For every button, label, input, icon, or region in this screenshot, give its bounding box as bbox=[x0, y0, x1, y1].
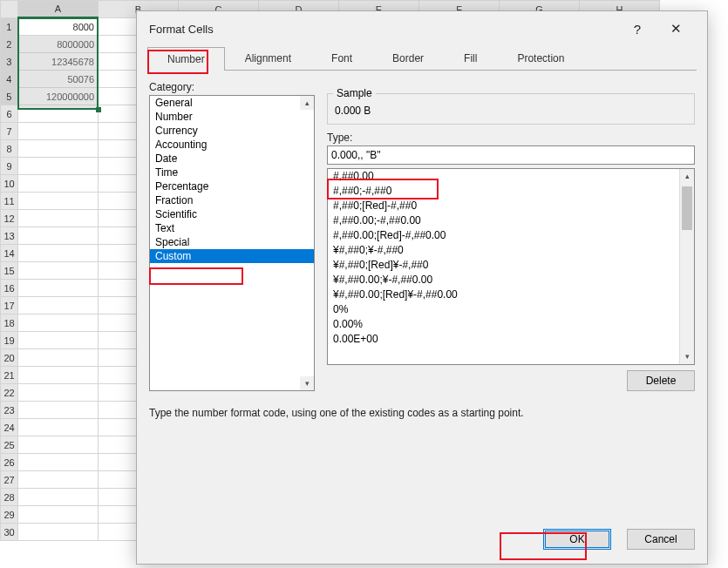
category-item[interactable]: Fraction bbox=[150, 193, 314, 207]
category-item[interactable]: Special bbox=[150, 235, 314, 249]
row-header[interactable]: 27 bbox=[1, 471, 18, 489]
tab-font[interactable]: Font bbox=[311, 46, 372, 70]
format-item[interactable]: 0.00% bbox=[328, 317, 694, 332]
cell[interactable] bbox=[18, 227, 99, 245]
row-header[interactable]: 30 bbox=[1, 524, 18, 541]
row-header[interactable]: 24 bbox=[1, 419, 18, 436]
category-listbox[interactable]: ▴ ▾ GeneralNumberCurrencyAccountingDateT… bbox=[149, 95, 315, 391]
scroll-up-icon[interactable]: ▴ bbox=[680, 169, 694, 184]
cell[interactable] bbox=[18, 524, 99, 541]
scroll-down-icon[interactable]: ▾ bbox=[680, 349, 694, 364]
format-item[interactable]: #,##0.00;-#,##0.00 bbox=[328, 213, 694, 228]
row-header[interactable]: 19 bbox=[1, 332, 18, 349]
help-icon[interactable]: ? bbox=[618, 22, 657, 37]
format-item[interactable]: ¥#,##0.00;¥-#,##0.00 bbox=[328, 273, 694, 287]
row-header[interactable]: 2 bbox=[1, 36, 18, 53]
cell[interactable] bbox=[18, 506, 99, 524]
cell[interactable] bbox=[18, 349, 99, 367]
cell[interactable] bbox=[18, 367, 99, 384]
type-input[interactable] bbox=[327, 145, 695, 165]
cell[interactable] bbox=[18, 402, 99, 419]
scroll-thumb[interactable] bbox=[682, 186, 692, 230]
cell[interactable] bbox=[18, 314, 99, 332]
format-item[interactable]: #,##0.00;[Red]-#,##0.00 bbox=[328, 228, 694, 243]
cell[interactable] bbox=[18, 436, 99, 454]
selection-handle[interactable] bbox=[96, 107, 101, 112]
row-header[interactable]: 9 bbox=[1, 158, 18, 175]
col-header[interactable]: A bbox=[18, 1, 99, 18]
scrollbar[interactable]: ▴ ▾ bbox=[679, 169, 694, 364]
cell[interactable]: 8000000 bbox=[18, 36, 99, 53]
cell[interactable] bbox=[18, 158, 99, 175]
format-item[interactable]: #,##0;-#,##0 bbox=[328, 184, 694, 199]
row-header[interactable]: 17 bbox=[1, 297, 18, 314]
row-header[interactable]: 22 bbox=[1, 384, 18, 402]
row-header[interactable]: 14 bbox=[1, 245, 18, 262]
format-item[interactable]: ¥#,##0;¥-#,##0 bbox=[328, 243, 694, 258]
row-header[interactable]: 6 bbox=[1, 105, 18, 123]
ok-button[interactable]: OK bbox=[543, 529, 611, 550]
row-header[interactable]: 8 bbox=[1, 140, 18, 158]
row-header[interactable]: 20 bbox=[1, 349, 18, 367]
row-header[interactable]: 29 bbox=[1, 506, 18, 524]
cell[interactable] bbox=[18, 384, 99, 402]
delete-button[interactable]: Delete bbox=[627, 370, 695, 391]
row-header[interactable]: 15 bbox=[1, 262, 18, 280]
row-header[interactable]: 11 bbox=[1, 193, 18, 210]
tab-fill[interactable]: Fill bbox=[444, 46, 497, 70]
category-item[interactable]: Percentage bbox=[150, 179, 314, 193]
cell[interactable] bbox=[18, 471, 99, 489]
scroll-down-icon[interactable]: ▾ bbox=[300, 376, 314, 390]
format-item[interactable]: #,##0.00 bbox=[328, 169, 694, 184]
row-header[interactable]: 13 bbox=[1, 227, 18, 245]
row-header[interactable]: 23 bbox=[1, 402, 18, 419]
cell[interactable] bbox=[18, 419, 99, 436]
tab-alignment[interactable]: Alignment bbox=[225, 46, 311, 70]
cell[interactable] bbox=[18, 193, 99, 210]
format-item[interactable]: 0.00E+00 bbox=[328, 332, 694, 347]
cell[interactable] bbox=[18, 454, 99, 471]
row-header[interactable]: 3 bbox=[1, 53, 18, 71]
format-item[interactable]: #,##0;[Red]-#,##0 bbox=[328, 199, 694, 213]
category-item[interactable]: General bbox=[150, 96, 314, 110]
row-header[interactable]: 12 bbox=[1, 210, 18, 227]
cell[interactable] bbox=[18, 105, 99, 123]
row-header[interactable]: 16 bbox=[1, 280, 18, 297]
cell[interactable] bbox=[18, 280, 99, 297]
format-code-listbox[interactable]: ▴ ▾ #,##0.00#,##0;-#,##0#,##0;[Red]-#,##… bbox=[327, 168, 695, 365]
row-header[interactable]: 18 bbox=[1, 314, 18, 332]
category-item[interactable]: Custom bbox=[150, 249, 314, 263]
cell[interactable] bbox=[18, 175, 99, 193]
cell[interactable] bbox=[18, 297, 99, 314]
cell[interactable] bbox=[18, 140, 99, 158]
category-item[interactable]: Time bbox=[150, 166, 314, 179]
row-header[interactable]: 10 bbox=[1, 175, 18, 193]
format-item[interactable]: ¥#,##0;[Red]¥-#,##0 bbox=[328, 258, 694, 273]
category-item[interactable]: Scientific bbox=[150, 207, 314, 221]
category-item[interactable]: Currency bbox=[150, 124, 314, 138]
cell[interactable] bbox=[18, 210, 99, 227]
format-item[interactable]: ¥#,##0.00;[Red]¥-#,##0.00 bbox=[328, 287, 694, 302]
format-item[interactable]: 0% bbox=[328, 302, 694, 317]
cell[interactable]: 120000000 bbox=[18, 88, 99, 105]
cell[interactable] bbox=[18, 332, 99, 349]
row-header[interactable]: 28 bbox=[1, 489, 18, 506]
row-header[interactable]: 1 bbox=[1, 18, 18, 36]
close-icon[interactable]: ✕ bbox=[657, 21, 695, 37]
cell[interactable]: 8000 bbox=[18, 18, 99, 36]
row-header[interactable]: 4 bbox=[1, 71, 18, 88]
cell[interactable] bbox=[18, 245, 99, 262]
tab-border[interactable]: Border bbox=[372, 46, 444, 70]
cell[interactable] bbox=[18, 123, 99, 140]
cell[interactable] bbox=[18, 489, 99, 506]
row-header[interactable]: 26 bbox=[1, 454, 18, 471]
row-header[interactable]: 21 bbox=[1, 367, 18, 384]
row-header[interactable]: 7 bbox=[1, 123, 18, 140]
cell[interactable]: 50076 bbox=[18, 71, 99, 88]
category-item[interactable]: Date bbox=[150, 152, 314, 166]
row-header[interactable]: 5 bbox=[1, 88, 18, 105]
tab-protection[interactable]: Protection bbox=[497, 46, 584, 70]
category-item[interactable]: Accounting bbox=[150, 138, 314, 152]
cancel-button[interactable]: Cancel bbox=[627, 529, 695, 550]
category-item[interactable]: Text bbox=[150, 221, 314, 235]
